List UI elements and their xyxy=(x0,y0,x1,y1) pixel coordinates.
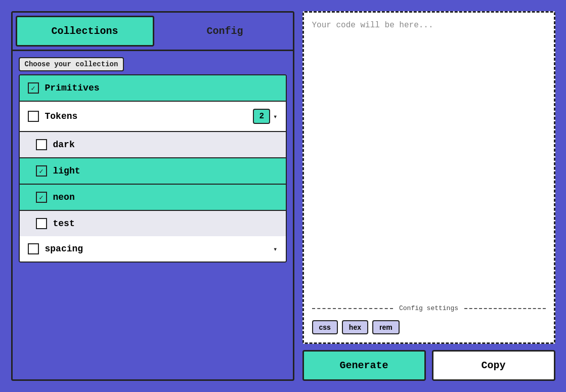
config-divider-label: Config settings xyxy=(395,304,462,312)
sub-item-dark[interactable]: dark xyxy=(20,132,286,158)
code-output-container: Your code will be here... Config setting… xyxy=(302,11,555,344)
checkbox-neon[interactable] xyxy=(36,192,47,203)
checkbox-spacing[interactable] xyxy=(28,243,39,254)
copy-button[interactable]: Copy xyxy=(432,350,555,381)
checkbox-tokens[interactable] xyxy=(28,111,39,122)
collection-item-label-spacing: spacing xyxy=(45,244,274,254)
code-output: Your code will be here... xyxy=(312,21,546,300)
spacing-chevron-icon[interactable]: ▾ xyxy=(273,245,277,253)
sub-item-neon[interactable]: neon xyxy=(20,185,286,211)
checkbox-primitives[interactable] xyxy=(28,82,39,94)
sub-item-light[interactable]: light xyxy=(20,158,286,185)
sub-item-label-test: test xyxy=(53,219,75,229)
sub-item-label-neon: neon xyxy=(53,192,75,202)
sub-item-label-dark: dark xyxy=(53,140,75,150)
tab-collections[interactable]: Collections xyxy=(16,16,154,47)
code-placeholder-text: Your code will be here... xyxy=(312,21,433,30)
checkbox-dark[interactable] xyxy=(36,139,47,150)
tab-bar: Collections Config xyxy=(13,13,293,51)
checkbox-light[interactable] xyxy=(36,165,47,177)
collection-item-label-primitives: Primitives xyxy=(45,83,278,93)
config-tag-css[interactable]: css xyxy=(312,320,338,334)
tokens-chevron-icon[interactable]: ▾ xyxy=(273,112,277,121)
collection-item-label-tokens: Tokens xyxy=(45,111,253,121)
tab-config[interactable]: Config xyxy=(157,13,293,50)
left-panel: Collections Config Choose your collectio… xyxy=(11,11,294,381)
config-tag-rem[interactable]: rem xyxy=(372,320,400,334)
bottom-buttons: Generate Copy xyxy=(302,350,555,381)
collection-selector-label: Choose your collection xyxy=(19,57,124,71)
config-tags-row: css hex rem xyxy=(312,316,546,334)
checkbox-test[interactable] xyxy=(36,218,47,229)
config-tag-hex[interactable]: hex xyxy=(342,320,368,334)
sub-item-test[interactable]: test xyxy=(20,211,286,236)
config-divider: Config settings xyxy=(312,304,546,312)
sub-item-label-light: light xyxy=(53,166,80,176)
tokens-sub-items: dark light neon test xyxy=(20,132,286,236)
config-divider-line-right xyxy=(464,308,545,309)
tokens-badge: 2 xyxy=(253,109,270,124)
collection-item-spacing[interactable]: spacing ▾ xyxy=(20,236,286,262)
collection-item-primitives[interactable]: Primitives xyxy=(20,75,286,102)
collections-content: Choose your collection Primitives Tokens… xyxy=(13,51,293,379)
config-divider-line-left xyxy=(312,308,393,309)
collection-list: Primitives Tokens 2 ▾ dark xyxy=(19,74,287,263)
generate-button[interactable]: Generate xyxy=(302,350,426,381)
right-panel: Your code will be here... Config setting… xyxy=(302,11,555,381)
app-container: Collections Config Choose your collectio… xyxy=(5,5,561,387)
collection-item-tokens[interactable]: Tokens 2 ▾ xyxy=(20,102,286,132)
